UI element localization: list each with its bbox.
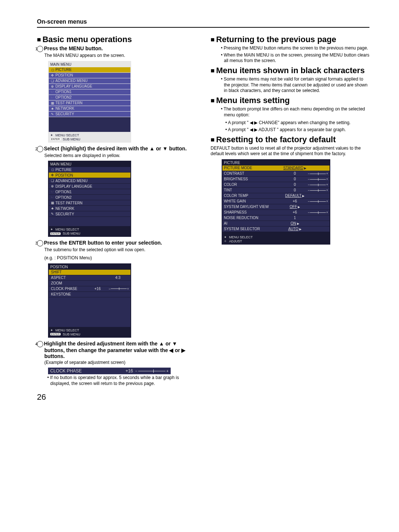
content-columns: Basic menu operations 1Press the MENU bu… [37, 35, 369, 389]
menu-item: PICTURE MODESTANDARD [222, 166, 330, 171]
reset-text: DEFAULT button is used to reset all of t… [211, 146, 369, 157]
menu-item: ✎SECURITY [49, 211, 130, 216]
heading-basic: Basic menu operations [37, 35, 196, 44]
menu-item: ❏ADVANCED MENU [49, 78, 130, 83]
menu-item: ♣NETWORK [49, 106, 130, 111]
menu-item: KEYSTONE [49, 292, 130, 297]
menu-item: NOISE REDUCTION1 [222, 215, 330, 221]
osd-mainmenu-dark: MAIN MENU ◻PICTURE✥POSITION❏ADVANCED MEN… [48, 161, 131, 237]
menu-item: CLOCK PHASE+16−+ [49, 286, 130, 291]
step3-heading: 3Press the ENTER button to enter your se… [37, 240, 196, 246]
menu-item: ☞OPTION1 [49, 89, 130, 95]
heading-black-items: Menu items shown in black characters [211, 66, 369, 75]
menu-item: ASPECT4:3 [49, 275, 130, 280]
step2-text: Selected items are displayed in yellow. [44, 153, 196, 159]
left-column: Basic menu operations 1Press the MENU bu… [37, 35, 196, 389]
osd-position: POSITION SHIFTASPECT4:3ZOOMCLOCK PHASE+1… [48, 263, 131, 338]
osd-title: MAIN MENU [49, 161, 130, 167]
step4-text: (Example of separate adjustment screen) [44, 360, 196, 366]
menu-item: CONTRAST0−+ [222, 171, 330, 176]
menu-item: ▦TEST PATTERN [49, 200, 130, 205]
heading-returning: Returning to the previous page [211, 35, 369, 44]
menu-item: SHIFT [49, 270, 130, 275]
menu-item: SHARPNESS+6−+ [222, 210, 330, 215]
osd-picture: PICTURE PICTURE MODESTANDARDCONTRAST0−+B… [222, 159, 330, 245]
menu-item: WHITE GAIN+6−+ [222, 199, 330, 204]
osd-mainmenu-light: MAIN MENU ◻PICTURE✥POSITION❏ADVANCED MEN… [48, 61, 131, 143]
heading-setting: Menu items setting [211, 96, 369, 105]
step2-heading: 2Select (highlight) the desired item wit… [37, 146, 196, 152]
page-header: On-screen menus [37, 18, 369, 28]
menu-item: ❏ADVANCED MENU [49, 178, 130, 183]
step3-text1: The submenu for the selected option will… [44, 247, 196, 253]
menu-item: ✎SECURITY [49, 112, 130, 117]
step3-text2: (e.g. : POSITION Menu) [44, 255, 196, 261]
menu-item: ☞OPTION1 [49, 189, 130, 194]
menu-item: TINT0−+ [222, 188, 330, 193]
adjustment-bar: CLOCK PHASE +16 −+ [48, 368, 171, 374]
step1-text: The MAIN MENU appears on the screen. [44, 53, 196, 59]
osd-title: POSITION [49, 264, 130, 270]
menu-item: ⊕DISPLAY LANGUAGE [49, 184, 130, 189]
menu-item: ▦TEST PATTERN [49, 100, 130, 106]
step1-heading: 1Press the MENU button. [37, 45, 196, 52]
right-column: Returning to the previous page Pressing … [211, 35, 369, 389]
setting-list: The bottom prompt line differs on each m… [221, 106, 369, 118]
menu-item: ♣NETWORK [49, 206, 130, 211]
menu-item: SYSTEM SELECTORAUTO [222, 226, 330, 232]
menu-item: SYSTEM DAYLIGHT VIEWOFF [222, 204, 330, 209]
menu-item: ☞OPTION2 [49, 95, 130, 100]
page-number: 26 [37, 392, 369, 402]
menu-item: ✥POSITION [49, 173, 130, 178]
osd-title: MAIN MENU [49, 62, 130, 67]
menu-item: COLOR TEMPDEFAULT [222, 193, 330, 198]
setting-sublist: A prompt " ◀ ▶ CHANGE" appears when chan… [225, 120, 369, 133]
menu-item: AION [222, 221, 330, 226]
returning-list: Pressing the MENU button returns the scr… [221, 45, 369, 64]
menu-item: COLOR0−+ [222, 182, 330, 187]
menu-item: ZOOM [49, 281, 130, 286]
black-items-list: Some menu items may not be valid for cer… [221, 76, 369, 94]
menu-item: ◻PICTURE [49, 167, 130, 172]
menu-item: ✥POSITION [49, 73, 130, 78]
menu-item: ☞OPTION2 [49, 195, 130, 200]
step4-heading: 4Highlight the desired adjustment item w… [37, 341, 196, 359]
heading-reset: Resetting to the factory default [211, 135, 369, 144]
menu-item: BRIGHTNESS0−+ [222, 177, 330, 182]
step4-note: If no button is operated for approx. 5 s… [47, 375, 196, 386]
menu-item: ⊕DISPLAY LANGUAGE [49, 84, 130, 89]
menu-item: ◻PICTURE [49, 67, 130, 72]
